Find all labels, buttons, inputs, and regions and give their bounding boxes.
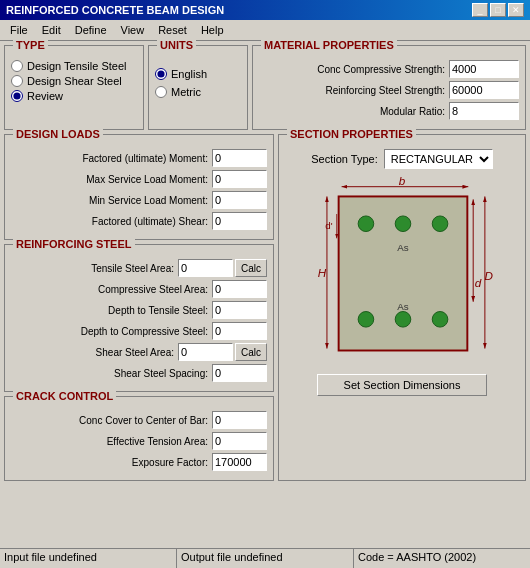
- rebar-label-0: Tensile Steel Area:: [11, 263, 178, 274]
- calc-shear-button[interactable]: Calc: [235, 343, 267, 361]
- type-group-title: TYPE: [13, 39, 48, 51]
- title-bar-buttons: _ □ ✕: [472, 3, 524, 17]
- svg-point-11: [358, 216, 374, 232]
- crack-label-1: Effective Tension Area:: [11, 436, 212, 447]
- loads-label-1: Max Service Load Moment:: [11, 174, 212, 185]
- crack-control-title: CRACK CONTROL: [13, 390, 116, 402]
- beam-diagram: b d' d D As As H: [305, 175, 500, 370]
- type-radio-shear[interactable]: [11, 75, 23, 87]
- menu-reset[interactable]: Reset: [152, 22, 193, 38]
- units-radio-metric[interactable]: [155, 86, 167, 98]
- material-input-modular[interactable]: [449, 102, 519, 120]
- section-type-row: Section Type: RECTANGULAR T-BEAM CIRCULA…: [285, 149, 519, 169]
- crack-field-0: Conc Cover to Center of Bar:: [11, 411, 267, 429]
- rebar-input-shear-area[interactable]: [178, 343, 233, 361]
- rebar-field-1: Compressive Steel Area:: [11, 280, 267, 298]
- window-title: REINFORCED CONCRETE BEAM DESIGN: [6, 4, 224, 16]
- loads-input-min-service[interactable]: [212, 191, 267, 209]
- loads-field-2: Min Service Load Moment:: [11, 191, 267, 209]
- close-button[interactable]: ✕: [508, 3, 524, 17]
- crack-input-tension-area[interactable]: [212, 432, 267, 450]
- material-label-2: Modular Ratio:: [259, 106, 449, 117]
- type-radio-group: Design Tensile Steel Design Shear Steel …: [11, 60, 137, 102]
- rebar-label-4: Shear Steel Area:: [11, 347, 178, 358]
- loads-field-1: Max Service Load Moment:: [11, 170, 267, 188]
- section-type-label: Section Type:: [311, 153, 377, 165]
- menu-bar: File Edit Define View Reset Help: [0, 20, 530, 41]
- loads-label-0: Factored (ultimate) Moment:: [11, 153, 212, 164]
- units-label-metric: Metric: [171, 86, 201, 98]
- type-option-0[interactable]: Design Tensile Steel: [11, 60, 137, 72]
- title-bar: REINFORCED CONCRETE BEAM DESIGN _ □ ✕: [0, 0, 530, 20]
- svg-text:H: H: [317, 266, 326, 279]
- type-label-tensile: Design Tensile Steel: [27, 60, 126, 72]
- material-field-1: Reinforcing Steel Strength:: [259, 81, 519, 99]
- units-radio-english[interactable]: [155, 68, 167, 80]
- section-props-group: SECTION PROPERTIES Section Type: RECTANG…: [278, 134, 526, 481]
- type-group: TYPE Design Tensile Steel Design Shear S…: [4, 45, 144, 130]
- material-group-title: MATERIAL PROPERTIES: [261, 39, 397, 51]
- svg-text:D: D: [484, 269, 493, 282]
- main-content: TYPE Design Tensile Steel Design Shear S…: [0, 41, 530, 485]
- units-label-english: English: [171, 68, 207, 80]
- rebar-input-shear-spacing[interactable]: [212, 364, 267, 382]
- menu-view[interactable]: View: [115, 22, 151, 38]
- type-label-shear: Design Shear Steel: [27, 75, 122, 87]
- loads-label-2: Min Service Load Moment:: [11, 195, 212, 206]
- rebar-field-5: Shear Steel Spacing:: [11, 364, 267, 382]
- reinforcing-steel-group: REINFORCING STEEL Tensile Steel Area: Ca…: [4, 244, 274, 392]
- menu-define[interactable]: Define: [69, 22, 113, 38]
- minimize-button[interactable]: _: [472, 3, 488, 17]
- crack-control-group: CRACK CONTROL Conc Cover to Center of Ba…: [4, 396, 274, 481]
- rebar-input-depth-tensile[interactable]: [212, 301, 267, 319]
- rebar-input-tensile-area[interactable]: [178, 259, 233, 277]
- type-radio-review[interactable]: [11, 90, 23, 102]
- set-section-button[interactable]: Set Section Dimensions: [317, 374, 487, 396]
- maximize-button[interactable]: □: [490, 3, 506, 17]
- status-input-file: Input file undefined: [0, 549, 177, 568]
- units-option-metric[interactable]: Metric: [155, 86, 201, 98]
- crack-input-cover[interactable]: [212, 411, 267, 429]
- loads-field-0: Factored (ultimate) Moment:: [11, 149, 267, 167]
- svg-point-13: [432, 216, 448, 232]
- rebar-label-1: Compressive Steel Area:: [11, 284, 212, 295]
- svg-point-12: [395, 216, 411, 232]
- type-option-2[interactable]: Review: [11, 90, 137, 102]
- loads-input-max-service[interactable]: [212, 170, 267, 188]
- units-group: UNITS English Metric: [148, 45, 248, 130]
- crack-input-exposure[interactable]: [212, 453, 267, 471]
- material-input-steel[interactable]: [449, 81, 519, 99]
- type-option-1[interactable]: Design Shear Steel: [11, 75, 137, 87]
- rebar-field-4: Shear Steel Area: Calc: [11, 343, 267, 361]
- top-section-wrapper: TYPE Design Tensile Steel Design Shear S…: [4, 45, 526, 130]
- section-props-title: SECTION PROPERTIES: [287, 128, 416, 140]
- loads-label-3: Factored (ultimate) Shear:: [11, 216, 212, 227]
- rebar-label-5: Shear Steel Spacing:: [11, 368, 212, 379]
- type-label-review: Review: [27, 90, 63, 102]
- svg-point-17: [432, 312, 448, 328]
- rebar-label-2: Depth to Tensile Steel:: [11, 305, 212, 316]
- calc-tensile-button[interactable]: Calc: [235, 259, 267, 277]
- units-radio-group: English Metric: [155, 60, 241, 98]
- menu-help[interactable]: Help: [195, 22, 230, 38]
- svg-point-15: [358, 312, 374, 328]
- rebar-field-0: Tensile Steel Area: Calc: [11, 259, 267, 277]
- status-code: Code = AASHTO (2002): [354, 549, 530, 568]
- rebar-field-3: Depth to Compressive Steel:: [11, 322, 267, 340]
- svg-text:As: As: [397, 242, 409, 253]
- material-group: MATERIAL PROPERTIES Conc Compressive Str…: [252, 45, 526, 130]
- menu-edit[interactable]: Edit: [36, 22, 67, 38]
- rebar-input-compressive-area[interactable]: [212, 280, 267, 298]
- units-option-english[interactable]: English: [155, 68, 207, 80]
- rebar-label-3: Depth to Compressive Steel:: [11, 326, 212, 337]
- section-type-select[interactable]: RECTANGULAR T-BEAM CIRCULAR: [384, 149, 493, 169]
- menu-file[interactable]: File: [4, 22, 34, 38]
- loads-input-factored-shear[interactable]: [212, 212, 267, 230]
- type-radio-tensile[interactable]: [11, 60, 23, 72]
- loads-input-factored-moment[interactable]: [212, 149, 267, 167]
- units-group-title: UNITS: [157, 39, 196, 51]
- loads-field-3: Factored (ultimate) Shear:: [11, 212, 267, 230]
- material-input-compressive[interactable]: [449, 60, 519, 78]
- rebar-input-depth-compressive[interactable]: [212, 322, 267, 340]
- material-field-0: Conc Compressive Strength:: [259, 60, 519, 78]
